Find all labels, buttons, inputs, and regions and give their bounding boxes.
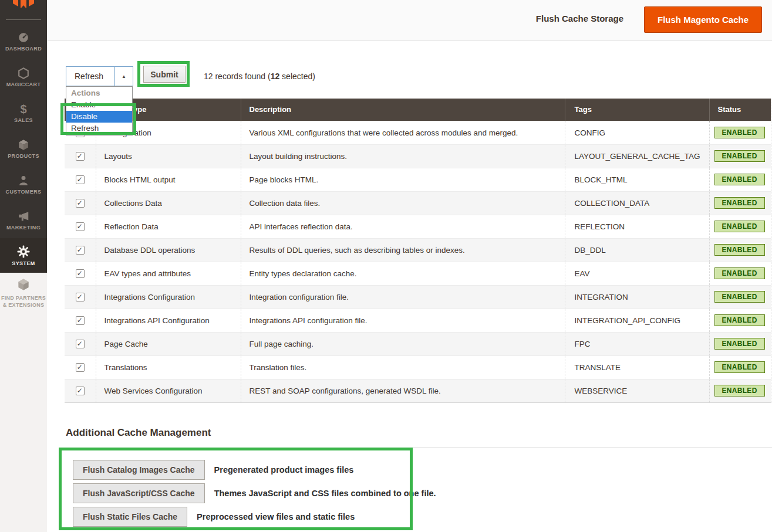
sidebar-item-dashboard[interactable]: DASHBOARD bbox=[0, 23, 47, 59]
tags-cell: DB_DDL bbox=[565, 238, 709, 262]
flush-magento-cache-button[interactable]: Flush Magento Cache bbox=[644, 6, 762, 33]
status-cell: ENABLED bbox=[709, 215, 771, 238]
description-cell: Translation files. bbox=[241, 355, 565, 379]
cache-type-cell: EAV types and attributes bbox=[96, 262, 241, 285]
mass-action-select[interactable]: Refresh ▲ bbox=[66, 66, 133, 86]
system-gear-icon bbox=[16, 245, 31, 259]
status-badge: ENABLED bbox=[714, 314, 765, 326]
table-row: Collections Data Collection data files. … bbox=[65, 191, 771, 215]
row-checkbox[interactable] bbox=[76, 175, 85, 184]
dropdown-option-enable[interactable]: Enable bbox=[66, 99, 132, 111]
sidebar-item-sales[interactable]: $ SALES bbox=[0, 95, 47, 131]
status-cell: ENABLED bbox=[709, 332, 771, 355]
flush-cache-description: Themes JavaScript and CSS files combined… bbox=[214, 489, 436, 498]
status-cell: ENABLED bbox=[709, 238, 771, 262]
cache-type-cell: Layouts bbox=[96, 144, 241, 168]
flush-cache-button[interactable]: Flush Catalog Images Cache bbox=[73, 460, 205, 480]
status-cell: ENABLED bbox=[709, 262, 771, 285]
marketing-megaphone-icon bbox=[17, 210, 30, 223]
column-header-status[interactable]: Status bbox=[709, 99, 771, 121]
magento-logo[interactable] bbox=[11, 0, 36, 9]
row-checkbox-cell bbox=[65, 168, 96, 191]
table-row: Layouts Layout building instructions. LA… bbox=[65, 144, 771, 168]
row-checkbox-cell bbox=[65, 332, 96, 355]
sidebar-nav: DASHBOARD MAGICCART $ SALES PRODUCTS bbox=[0, 23, 47, 273]
page-header: Flush Cache Storage Flush Magento Cache bbox=[47, 0, 772, 41]
additional-action-row: Flush JavaScript/CSS Cache Themes JavaSc… bbox=[73, 483, 425, 503]
status-badge: ENABLED bbox=[714, 174, 765, 185]
status-cell: ENABLED bbox=[709, 121, 771, 144]
admin-sidebar: DASHBOARD MAGICCART $ SALES PRODUCTS bbox=[0, 0, 47, 273]
flush-cache-button[interactable]: Flush Static Files Cache bbox=[73, 507, 187, 527]
status-badge: ENABLED bbox=[714, 127, 765, 138]
table-row: Configuration Various XML configurations… bbox=[65, 121, 771, 144]
cache-table-body: Configuration Various XML configurations… bbox=[65, 121, 771, 402]
extensions-cube-icon bbox=[16, 277, 31, 292]
status-badge: ENABLED bbox=[714, 338, 765, 350]
row-checkbox[interactable] bbox=[76, 316, 85, 325]
dropdown-option-refresh[interactable]: Refresh bbox=[66, 123, 132, 134]
column-header-description[interactable]: Description bbox=[241, 99, 565, 121]
column-header-tags[interactable]: Tags bbox=[565, 99, 709, 121]
status-badge: ENABLED bbox=[714, 267, 765, 279]
row-checkbox[interactable] bbox=[76, 199, 85, 208]
description-cell: Results of DDL queries, such as describi… bbox=[241, 238, 565, 262]
description-cell: REST and SOAP configurations, generated … bbox=[241, 379, 565, 402]
status-cell: ENABLED bbox=[709, 144, 771, 168]
tags-cell: WEBSERVICE bbox=[565, 379, 709, 402]
table-row: Integrations API Configuration Integrati… bbox=[65, 309, 771, 332]
tags-cell: COLLECTION_DATA bbox=[565, 191, 709, 215]
row-checkbox-cell bbox=[65, 144, 96, 168]
row-checkbox[interactable] bbox=[76, 387, 85, 395]
status-cell: ENABLED bbox=[709, 309, 771, 332]
flush-cache-button[interactable]: Flush JavaScript/CSS Cache bbox=[73, 483, 205, 503]
flush-cache-storage-button[interactable]: Flush Cache Storage bbox=[536, 13, 623, 23]
tags-cell: REFLECTION bbox=[565, 215, 709, 238]
sidebar-item-magiccart[interactable]: MAGICCART bbox=[0, 59, 47, 95]
status-cell: ENABLED bbox=[709, 285, 771, 309]
tags-cell: EAV bbox=[565, 262, 709, 285]
magento-logo-icon bbox=[11, 0, 36, 9]
additional-action-row: Flush Static Files Cache Preprocessed vi… bbox=[73, 507, 425, 527]
row-checkbox[interactable] bbox=[76, 222, 85, 231]
sidebar-divider bbox=[6, 19, 41, 20]
cache-type-cell: Integrations Configuration bbox=[96, 285, 241, 309]
cache-type-cell: Database DDL operations bbox=[96, 238, 241, 262]
dropdown-option-disable[interactable]: Disable bbox=[66, 111, 132, 123]
sidebar-item-system[interactable]: SYSTEM bbox=[0, 238, 47, 273]
tags-cell: INTEGRATION bbox=[565, 285, 709, 309]
customers-person-icon bbox=[17, 174, 30, 187]
description-cell: Integrations API configuration file. bbox=[241, 309, 565, 332]
sidebar-item-label: PRODUCTS bbox=[8, 153, 39, 159]
status-cell: ENABLED bbox=[709, 168, 771, 191]
row-checkbox[interactable] bbox=[76, 246, 85, 255]
sidebar-item-find-partners[interactable]: FIND PARTNERS & EXTENSIONS bbox=[0, 277, 47, 309]
tags-cell: FPC bbox=[565, 332, 709, 355]
description-cell: Various XML configurations that were col… bbox=[241, 121, 565, 144]
status-badge: ENABLED bbox=[714, 361, 765, 373]
row-checkbox[interactable] bbox=[76, 363, 85, 372]
additional-cache-actions: Flush Catalog Images Cache Pregenerated … bbox=[73, 460, 425, 530]
table-row: Reflection Data API interfaces reflectio… bbox=[65, 215, 771, 238]
row-checkbox[interactable] bbox=[76, 293, 85, 301]
description-cell: API interfaces reflection data. bbox=[241, 215, 565, 238]
row-checkbox[interactable] bbox=[76, 269, 85, 278]
tags-cell: TRANSLATE bbox=[565, 355, 709, 379]
table-row: Page Cache Full page caching. FPC ENABLE… bbox=[65, 332, 771, 355]
row-checkbox[interactable] bbox=[76, 152, 85, 161]
sidebar-item-label: SALES bbox=[14, 117, 33, 123]
row-checkbox[interactable] bbox=[76, 340, 85, 348]
row-checkbox-cell bbox=[65, 191, 96, 215]
sidebar-item-products[interactable]: PRODUCTS bbox=[0, 131, 47, 167]
submit-button[interactable]: Submit bbox=[143, 66, 186, 83]
sidebar-item-customers[interactable]: CUSTOMERS bbox=[0, 167, 47, 202]
action-dropdown-list: Actions EnableDisableRefresh bbox=[66, 86, 133, 135]
table-row: Integrations Configuration Integration c… bbox=[65, 285, 771, 309]
description-cell: Entity types declaration cache. bbox=[241, 262, 565, 285]
row-checkbox-cell bbox=[65, 262, 96, 285]
dashboard-icon bbox=[17, 31, 30, 44]
select-arrow-up-icon[interactable]: ▲ bbox=[114, 67, 133, 86]
status-cell: ENABLED bbox=[709, 191, 771, 215]
sidebar-item-label: CUSTOMERS bbox=[6, 189, 42, 195]
sidebar-item-marketing[interactable]: MARKETING bbox=[0, 202, 47, 238]
